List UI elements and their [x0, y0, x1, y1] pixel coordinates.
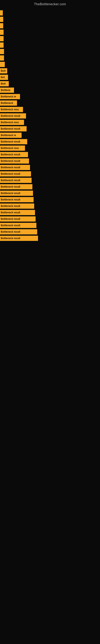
- bar-row: Bottleneck result: [0, 151, 100, 158]
- bar-fill: [0, 10, 3, 16]
- bar-fill-text: Bottleneck result: [1, 185, 20, 188]
- bar-row: Bottleneck resu: [0, 106, 100, 113]
- bar-fill: [0, 55, 4, 60]
- bar-row: Bottleneck result: [0, 113, 100, 119]
- bar-row: Bottleneck result: [0, 158, 100, 164]
- bar-row: Bottleneck resu: [0, 145, 100, 151]
- bar-fill: Bottleneck result: [0, 171, 31, 176]
- bar-row: [0, 10, 100, 16]
- bar-fill: Bottleneck re: [0, 132, 22, 138]
- bar-fill-text: Bott: [1, 82, 6, 85]
- bar-fill-text: Bottleneck result: [1, 160, 20, 162]
- bar-fill-text: Bottleneck resu: [1, 147, 19, 150]
- bar-row: Bottleneck result: [0, 235, 100, 242]
- bar-fill: Bottleneck result: [0, 158, 29, 164]
- bar-fill-text: Bottleneck result: [1, 114, 20, 117]
- bar-row: Bottleneck result: [0, 196, 100, 203]
- bar-fill: Bottlene: [0, 88, 14, 93]
- bar-fill: Bottleneck result: [0, 236, 38, 241]
- bar-fill: Bottleneck: [0, 100, 17, 106]
- bar-row: Bottleneck re: [0, 132, 100, 138]
- bar-fill: [0, 62, 5, 67]
- bar-fill: Bottleneck result: [0, 210, 35, 215]
- bar-row: [0, 22, 100, 29]
- bar-fill: Bottleneck result: [0, 197, 34, 202]
- bar-row: Bottleneck resu: [0, 119, 100, 126]
- bar-fill-text: Bottleneck result: [1, 140, 20, 143]
- bar-fill: Bottleneck result: [0, 229, 37, 234]
- bar-row: [0, 29, 100, 36]
- bar-fill-text: Bottleneck resu: [1, 108, 19, 111]
- bar-fill: [0, 23, 3, 28]
- bar-row: Bottleneck result: [0, 164, 100, 171]
- bar-fill: [0, 36, 3, 41]
- bar-row: Bottleneck result: [0, 190, 100, 196]
- bar-fill: Bottleneck result: [0, 190, 33, 196]
- bar-fill-text: Bott: [1, 70, 6, 72]
- bar-fill: Bottleneck result: [0, 178, 32, 183]
- bar-fill: Bottleneck result: [0, 204, 34, 209]
- bar-fill: Bottleneck resu: [0, 146, 25, 151]
- bar-row: [0, 42, 100, 48]
- bar-fill: [0, 17, 3, 22]
- bar-fill-text: Bottleneck result: [1, 205, 20, 208]
- bar-row: [0, 55, 100, 61]
- bar-row: [0, 36, 100, 42]
- bar-fill: Bottleneck result: [0, 223, 36, 228]
- bar-row: Bott: [0, 68, 100, 74]
- bar-row: Bottleneck result: [0, 216, 100, 222]
- bar-row: Bottleneck result: [0, 171, 100, 177]
- bar-fill: Bottleneck result: [0, 139, 27, 144]
- bar-fill: Bottleneck result: [0, 165, 30, 170]
- bars-container: BottBotBottBottleneBottleneck reBottlene…: [0, 8, 100, 242]
- bar-row: Bott: [0, 80, 100, 87]
- bar-fill: Bottleneck result: [0, 113, 26, 118]
- bar-fill: Bott: [0, 81, 9, 86]
- bar-row: Bottleneck re: [0, 94, 100, 100]
- bar-fill: Bottleneck result: [0, 216, 36, 222]
- bar-fill: Bot: [0, 75, 8, 80]
- bar-fill: Bottleneck re: [0, 94, 20, 99]
- bar-fill-text: Bottleneck result: [1, 179, 20, 182]
- bar-fill-text: Bottleneck result: [1, 198, 20, 201]
- bar-fill-text: Bottleneck re: [1, 95, 16, 98]
- bar-fill: [0, 30, 3, 35]
- bar-fill-text: Bottleneck: [1, 102, 13, 104]
- bar-row: Bottleneck result: [0, 138, 100, 145]
- bar-fill-text: Bottleneck resu: [1, 121, 19, 124]
- bar-fill-text: Bottleneck result: [1, 172, 20, 175]
- bar-fill: Bott: [0, 68, 7, 74]
- bar-row: Bottleneck result: [0, 222, 100, 228]
- bar-row: Bottleneck result: [0, 177, 100, 184]
- bar-fill: Bottleneck result: [0, 184, 32, 190]
- bar-row: Bottleneck result: [0, 209, 100, 216]
- bar-row: [0, 16, 100, 22]
- bar-row: [0, 61, 100, 68]
- bar-fill: Bottleneck resu: [0, 107, 23, 112]
- bar-fill-text: Bottleneck result: [1, 211, 20, 214]
- bar-fill-text: Bottleneck re: [1, 134, 16, 137]
- bar-fill: Bottleneck resu: [0, 120, 24, 125]
- bar-row: Bottleneck result: [0, 203, 100, 209]
- bar-fill-text: Bottlene: [1, 89, 10, 92]
- bar-fill-text: Bottleneck result: [1, 218, 20, 220]
- bar-fill: [0, 42, 3, 48]
- bar-row: Bottleneck result: [0, 184, 100, 190]
- bar-fill-text: Bottleneck result: [1, 237, 20, 240]
- bar-fill: Bottleneck result: [0, 126, 27, 132]
- bar-row: Bot: [0, 74, 100, 80]
- bar-fill-text: Bottleneck result: [1, 192, 20, 194]
- bar-row: [0, 48, 100, 55]
- bar-fill-text: Bottleneck result: [1, 230, 20, 233]
- bar-fill: [0, 49, 4, 54]
- bar-fill-text: Bottleneck result: [1, 224, 20, 227]
- bar-fill-text: Bottleneck result: [1, 128, 20, 130]
- bar-row: Bottlene: [0, 87, 100, 94]
- bar-row: Bottleneck result: [0, 126, 100, 132]
- site-title: TheBottlenecker.com: [0, 0, 100, 8]
- bar-fill-text: Bot: [1, 76, 5, 79]
- bar-row: Bottleneck result: [0, 228, 100, 235]
- bar-row: Bottleneck: [0, 100, 100, 106]
- bar-fill-text: Bottleneck result: [1, 166, 20, 169]
- bar-fill: Bottleneck result: [0, 152, 28, 157]
